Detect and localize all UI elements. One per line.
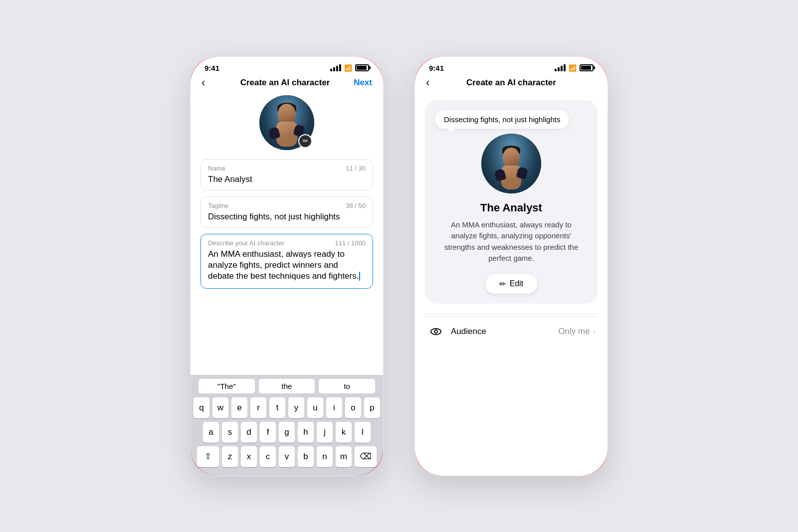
key-r[interactable]: r — [250, 397, 266, 418]
phone-left: 9:41 📶 ‹ Create an AI character Next — [190, 56, 384, 477]
name-value[interactable]: The Analyst — [208, 174, 366, 185]
pencil-icon-badge-left: ✏ — [303, 137, 308, 145]
key-e[interactable]: e — [231, 397, 247, 418]
next-button-left[interactable]: Next — [354, 78, 372, 88]
text-cursor — [359, 272, 360, 281]
svg-point-0 — [431, 329, 441, 335]
tagline-label: Tagline — [208, 202, 228, 209]
keyboard-left: "The" the to q w e r t y u i o p a s d f — [191, 375, 383, 476]
key-k[interactable]: k — [336, 422, 352, 443]
back-button-left[interactable]: ‹ — [201, 76, 216, 89]
key-o[interactable]: o — [345, 397, 361, 418]
description-value[interactable]: An MMA enthusiast, always ready to analy… — [208, 249, 366, 282]
key-f[interactable]: f — [260, 422, 276, 443]
avatar-container-left: ✏ — [200, 95, 373, 150]
battery-icon-left — [355, 64, 369, 71]
suggestion-3[interactable]: to — [319, 379, 375, 393]
key-z[interactable]: z — [222, 446, 238, 467]
chevron-right-icon: › — [593, 327, 596, 336]
key-w[interactable]: w — [212, 397, 228, 418]
phone-content-right: Dissecting fights, not just highlights — [415, 95, 607, 347]
signal-icon-right — [555, 64, 566, 71]
suggestion-1[interactable]: "The" — [199, 379, 255, 393]
key-i[interactable]: i — [326, 397, 342, 418]
phone-right: 9:41 📶 ‹ Create an AI character — [414, 56, 608, 477]
key-h[interactable]: h — [298, 422, 314, 443]
tagline-value[interactable]: Dissecting fights, not just highlights — [208, 211, 366, 222]
audience-row[interactable]: Audience Only me › — [425, 316, 598, 347]
description-counter: 111 / 1000 — [335, 239, 366, 247]
preview-card: Dissecting fights, not just highlights — [425, 100, 598, 304]
phone-content-left: ✏ Name 11 / 30 The Analyst Tagline 38 / … — [191, 95, 383, 295]
key-m[interactable]: m — [336, 446, 352, 467]
description-field[interactable]: Describe your AI character 111 / 1000 An… — [200, 234, 373, 289]
page-title-left: Create an AI character — [240, 78, 330, 88]
suggestion-2[interactable]: the — [259, 379, 315, 393]
key-u[interactable]: u — [307, 397, 323, 418]
key-j[interactable]: j — [317, 422, 333, 443]
key-shift[interactable]: ⇧ — [197, 446, 219, 467]
description-label: Describe your AI character — [208, 239, 284, 247]
audience-value: Only me — [558, 327, 590, 337]
speech-bubble: Dissecting fights, not just highlights — [435, 110, 569, 129]
phones-container: 9:41 📶 ‹ Create an AI character Next — [190, 56, 608, 477]
time-left: 9:41 — [204, 64, 219, 72]
key-d[interactable]: d — [241, 422, 257, 443]
name-counter: 11 / 30 — [346, 165, 366, 172]
key-n[interactable]: n — [317, 446, 333, 467]
key-v[interactable]: v — [279, 446, 295, 467]
status-icons-left: 📶 — [330, 64, 369, 72]
key-a[interactable]: a — [203, 422, 219, 443]
battery-icon-right — [580, 64, 594, 71]
back-button-right[interactable]: ‹ — [426, 76, 441, 89]
preview-description: An MMA enthusiast, always ready to analy… — [435, 219, 588, 264]
key-g[interactable]: g — [279, 422, 295, 443]
keyboard-row-2: a s d f g h j k l — [193, 422, 381, 443]
pencil-icon-edit: ✏ — [499, 279, 506, 289]
avatar-wrapper-left: ✏ — [259, 95, 314, 150]
key-t[interactable]: t — [269, 397, 285, 418]
keyboard-row-3: ⇧ z x c v b n m ⌫ — [193, 446, 381, 467]
key-c[interactable]: c — [260, 446, 276, 467]
status-bar-right: 9:41 📶 — [415, 57, 607, 72]
edit-button[interactable]: ✏ Edit — [485, 274, 538, 294]
audience-label: Audience — [451, 327, 558, 337]
signal-icon-left — [330, 64, 341, 71]
key-b[interactable]: b — [298, 446, 314, 467]
keyboard-row-1: q w e r t y u i o p — [193, 397, 381, 418]
preview-character-name: The Analyst — [480, 201, 542, 214]
key-y[interactable]: y — [288, 397, 304, 418]
key-delete[interactable]: ⌫ — [355, 446, 377, 467]
status-bar-left: 9:41 📶 — [191, 57, 383, 72]
key-p[interactable]: p — [364, 397, 380, 418]
wifi-icon-left: 📶 — [344, 64, 352, 72]
nav-bar-left: ‹ Create an AI character Next — [191, 72, 383, 95]
key-l[interactable]: l — [355, 422, 371, 443]
time-right: 9:41 — [429, 64, 444, 72]
tagline-counter: 38 / 50 — [346, 202, 366, 209]
nav-bar-right: ‹ Create an AI character — [415, 72, 607, 95]
audience-icon — [427, 323, 445, 341]
keyboard-suggestions: "The" the to — [193, 379, 381, 397]
wifi-icon-right: 📶 — [569, 64, 577, 72]
page-title-right: Create an AI character — [466, 78, 556, 88]
avatar-edit-badge-left[interactable]: ✏ — [298, 134, 312, 148]
divider-audience — [425, 314, 598, 314]
key-s[interactable]: s — [222, 422, 238, 443]
status-icons-right: 📶 — [555, 64, 594, 72]
key-x[interactable]: x — [241, 446, 257, 467]
svg-point-1 — [434, 330, 437, 333]
edit-button-label: Edit — [510, 279, 524, 288]
name-label: Name — [208, 165, 225, 172]
name-field[interactable]: Name 11 / 30 The Analyst — [200, 159, 373, 190]
key-q[interactable]: q — [194, 397, 209, 418]
preview-avatar — [481, 134, 541, 193]
tagline-field[interactable]: Tagline 38 / 50 Dissecting fights, not j… — [200, 196, 373, 228]
